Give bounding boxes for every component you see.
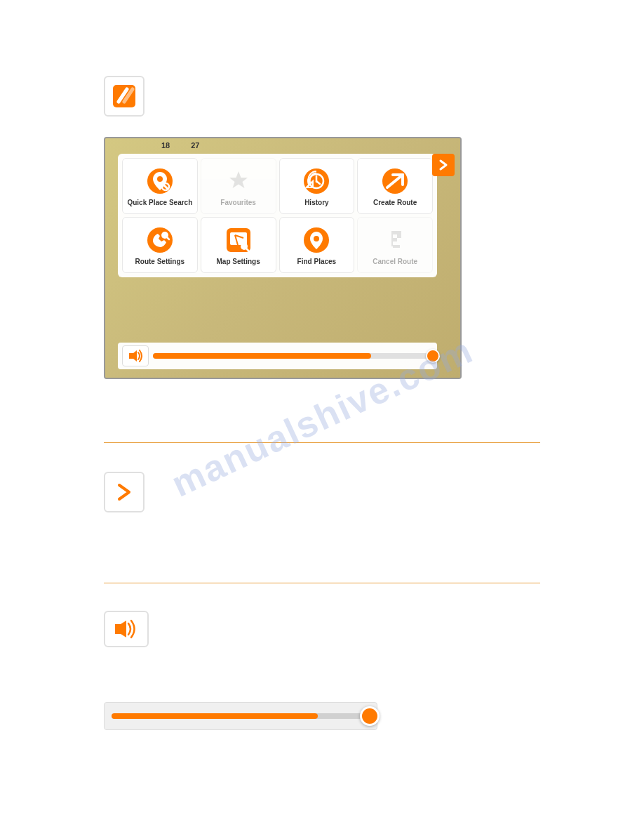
svg-rect-28 xyxy=(397,238,401,241)
cancel-route-label: Cancel Route xyxy=(373,258,417,266)
menu-item-create-route[interactable]: Create Route xyxy=(357,158,433,214)
quick-place-search-icon xyxy=(145,166,175,196)
map-settings-icon xyxy=(224,225,253,255)
volume-button[interactable] xyxy=(104,611,149,647)
logo-box xyxy=(104,76,145,117)
logo-section xyxy=(104,76,145,117)
create-route-icon xyxy=(380,166,410,196)
svg-rect-29 xyxy=(393,245,400,248)
menu-item-favourites[interactable]: Favourites xyxy=(201,158,276,214)
menu-item-cancel-route[interactable]: Cancel Route xyxy=(357,217,433,273)
svg-rect-24 xyxy=(397,234,401,238)
history-label: History xyxy=(304,199,328,207)
cancel-route-icon xyxy=(380,225,410,255)
map-settings-label: Map Settings xyxy=(217,258,260,266)
menu-grid: Quick Place Search Favourites xyxy=(122,158,433,273)
find-places-icon xyxy=(302,225,331,255)
svg-marker-31 xyxy=(115,621,126,637)
favourites-icon xyxy=(224,166,253,196)
panel-volume-fill xyxy=(153,353,371,359)
panel-volume-row xyxy=(118,343,437,369)
svg-point-21 xyxy=(314,236,319,241)
panel-volume-track[interactable] xyxy=(153,353,433,359)
route-settings-label: Route Settings xyxy=(135,258,185,266)
svg-rect-26 xyxy=(397,231,401,234)
speaker-icon xyxy=(114,619,139,639)
quick-place-search-label: Quick Place Search xyxy=(127,199,192,207)
svg-rect-23 xyxy=(393,231,397,234)
find-places-label: Find Places xyxy=(297,258,337,266)
divider-1 xyxy=(104,442,540,443)
svg-rect-25 xyxy=(393,238,397,241)
panel-next-button[interactable] xyxy=(432,154,455,176)
menu-item-history[interactable]: History xyxy=(279,158,355,214)
map-numbers: 18 27 xyxy=(161,141,200,150)
create-route-label: Create Route xyxy=(373,199,417,207)
panel-chevron-right-icon xyxy=(437,159,450,171)
menu-item-map-settings[interactable]: Map Settings xyxy=(201,217,276,273)
svg-point-2 xyxy=(157,176,163,182)
svg-marker-30 xyxy=(129,350,137,362)
route-settings-icon xyxy=(145,225,175,255)
panel-speaker-icon xyxy=(128,350,143,362)
volume-slider-thumb[interactable] xyxy=(360,706,380,726)
svg-rect-27 xyxy=(393,234,397,238)
svg-marker-4 xyxy=(229,171,248,188)
menu-item-quick-place-search[interactable]: Quick Place Search xyxy=(122,158,198,214)
panel-volume-thumb[interactable] xyxy=(426,349,440,363)
volume-slider-fill xyxy=(112,713,318,719)
logo-icon xyxy=(112,84,137,109)
volume-slider-section xyxy=(104,702,377,730)
svg-rect-22 xyxy=(391,231,393,246)
favourites-label: Favourites xyxy=(220,199,256,207)
volume-slider-track[interactable] xyxy=(112,713,370,719)
volume-slider-container xyxy=(104,702,377,730)
menu-overlay: Quick Place Search Favourites xyxy=(118,154,437,277)
divider-2 xyxy=(104,583,540,583)
history-icon xyxy=(302,166,331,196)
nav-panel: 18 27 Quick Place Search xyxy=(104,137,462,379)
volume-section xyxy=(104,611,149,647)
chevron-section xyxy=(104,472,145,512)
panel-volume-icon[interactable] xyxy=(122,345,149,366)
menu-item-route-settings[interactable]: Route Settings xyxy=(122,217,198,273)
chevron-button[interactable] xyxy=(104,472,145,512)
menu-item-find-places[interactable]: Find Places xyxy=(279,217,355,273)
chevron-right-icon xyxy=(114,482,134,502)
